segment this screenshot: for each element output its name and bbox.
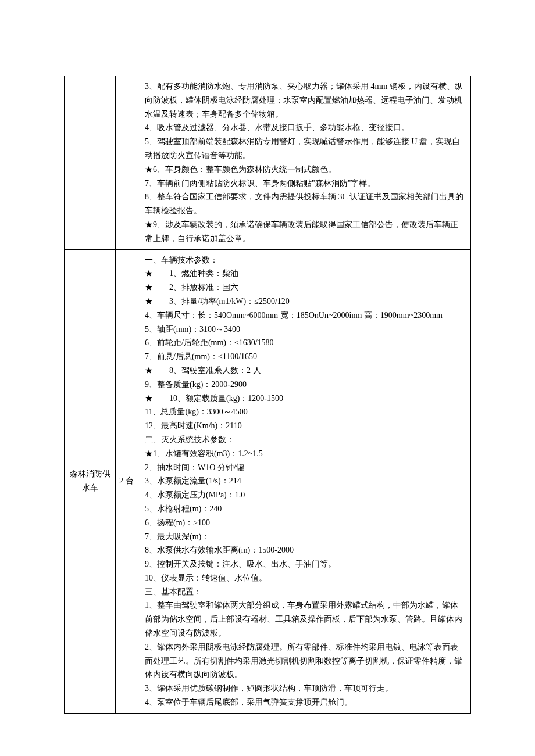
spec-line: 三、基本配置： — [145, 585, 466, 599]
spec-line: 4、泵室位于车辆后尾底部，采用气弹簧支撑顶开启舱门。 — [145, 696, 466, 710]
spec-line: ★ 10、额定载质量(kg)：1200-1500 — [145, 392, 466, 406]
spec-line: 4、车辆尺寸：长：540Omm~6000mm 宽：185OnUn~2000inm… — [145, 309, 466, 323]
spec-line: 11、总质量(kg)：3300～4500 — [145, 405, 466, 419]
spec-line: ★9、涉及车辆改装的，须承诺确保车辆改装后能取得国家工信部公告，使改装后车辆正常… — [145, 218, 466, 246]
spec-line: 5、水枪射程(m)：240 — [145, 502, 466, 516]
spec-line: ★ 8、驾驶室准乘人数：2 人 — [145, 364, 466, 378]
spec-line: 二、灭火系统技术参数： — [145, 433, 466, 447]
spec-line: ★6、车身颜色：整车颜色为森林防火统一制式颜色。 — [145, 163, 466, 177]
spec-line: 一、车辆技术参数： — [145, 253, 466, 267]
spec-line: 7、最大吸深(m)： — [145, 530, 466, 544]
spec-line: 8、水泵供水有效输水距离(m)：1500-2000 — [145, 543, 466, 557]
spec-line: 9、整备质量(kg)：2000-2900 — [145, 378, 466, 392]
spec-line: 12、最高时速(Km/h)：2110 — [145, 419, 466, 433]
spec-line: ★1、水罐有效容积(m3)：1.2~1.5 — [145, 447, 466, 461]
spec-line: 5、轴距(mm)：3100～3400 — [145, 323, 466, 336]
spec-line: 3、配有多功能消防水炮、专用消防泵、夹心取力器；罐体采用 4mm 钢板，内设有横… — [145, 80, 466, 121]
item-name-cell: 森林消防供水车 — [65, 249, 116, 713]
item-spec-cell: 一、车辆技术参数：★ 1、燃油种类：柴油★ 2、排放标准：国六★ 3、排量/功率… — [140, 249, 471, 713]
spec-line: 6、前轮距/后轮距(mm)：≤1630/1580 — [145, 336, 466, 350]
table-row: 森林消防供水车2 台一、车辆技术参数：★ 1、燃油种类：柴油★ 2、排放标准：国… — [65, 249, 471, 713]
spec-line: 6、扬程(m)：≥100 — [145, 516, 466, 530]
spec-line: ★ 3、排量/功率(m1/kW)：≤2500/120 — [145, 295, 466, 309]
spec-line: 3、罐体采用优质碳钢制作，矩圆形状结构，车顶防滑，车顶可行走。 — [145, 682, 466, 696]
spec-line: 2、抽水时间：W1O 分钟/罐 — [145, 461, 466, 475]
spec-line: 4、水泵额定压力(MPa)：1.0 — [145, 488, 466, 502]
spec-line: 2、罐体内外采用阴极电泳经防腐处理。所有零部件、标准件均采用电镀、电泳等表面表面… — [145, 640, 466, 682]
spec-line: 10、仪表显示：转速值、水位值。 — [145, 571, 466, 585]
spec-line: ★ 1、燃油种类：柴油 — [145, 267, 466, 281]
spec-line: 4、吸水管及过滤器、分水器、水带及接口扳手、多功能水枪、变径接口。 — [145, 121, 466, 135]
item-qty-cell — [116, 76, 140, 250]
spec-line: 1、整车由驾驶室和罐体两大部分组成，车身布置采用外露罐式结构，中部为水罐，罐体前… — [145, 599, 466, 640]
table-row: 3、配有多功能消防水炮、专用消防泵、夹心取力器；罐体采用 4mm 钢板，内设有横… — [65, 76, 471, 250]
spec-line: 7、车辆前门两侧粘贴防火标识、车身两侧粘贴"森林消防"字样。 — [145, 177, 466, 191]
item-spec-cell: 3、配有多功能消防水炮、专用消防泵、夹心取力器；罐体采用 4mm 钢板，内设有横… — [140, 76, 471, 250]
item-name-cell — [65, 76, 116, 250]
spec-line: 3、水泵额定流量(1/s)：214 — [145, 474, 466, 488]
spec-table: 3、配有多功能消防水炮、专用消防泵、夹心取力器；罐体采用 4mm 钢板，内设有横… — [64, 76, 471, 714]
item-qty-cell: 2 台 — [116, 249, 140, 713]
spec-line: ★ 2、排放标准：国六 — [145, 281, 466, 295]
spec-line: 5、驾驶室顶部前端装配森林消防专用警灯，实现喊话警示作用，能够连接 U 盘，实现… — [145, 135, 466, 163]
spec-line: 7、前悬/后悬(mm)：≤1100/1650 — [145, 350, 466, 364]
spec-line: 8、整车符合国家工信部要求，文件内需提供投标车辆 3C 认证证书及国家相关部门出… — [145, 190, 466, 218]
spec-line: 9、控制开关及按键：注水、吸水、出水、手油门等。 — [145, 557, 466, 571]
